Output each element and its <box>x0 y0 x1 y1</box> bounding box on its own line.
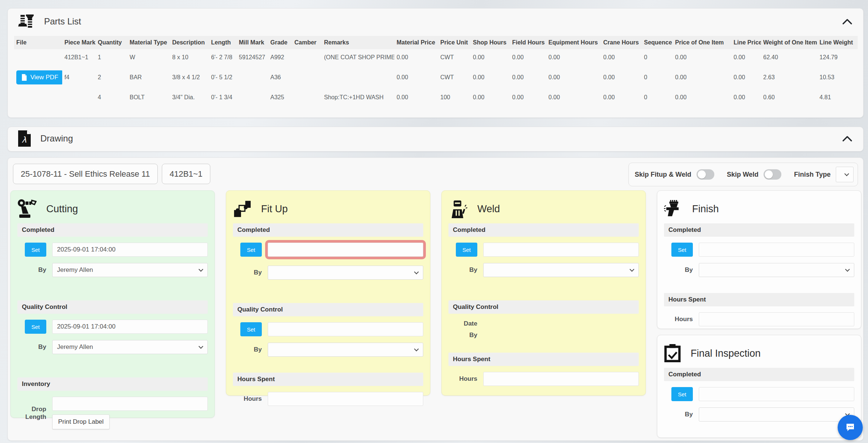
cutting-card-header: Cutting <box>17 198 208 220</box>
cell-file: View PDF <box>14 66 62 89</box>
cell: 0'- 5 1/2 <box>209 66 237 89</box>
spray-gun-icon <box>664 200 682 218</box>
finish-card: Finish Completed Set By Hours Spent Hour… <box>657 190 861 329</box>
cell: 3/4" Dia. <box>170 89 209 106</box>
col-header: Shop Hours <box>471 36 510 49</box>
cell: 4 <box>96 89 127 106</box>
completed-by-row: By <box>664 263 854 277</box>
qc-date-row: Date <box>448 320 639 327</box>
cell: 0.00 <box>394 89 438 106</box>
chat-icon <box>845 422 856 433</box>
fitup-completed-by-select[interactable] <box>268 266 423 280</box>
tab-job-label: 25-1078-11 - Sell Ethics Release 11 <box>21 169 150 179</box>
fitup-hours-input[interactable] <box>268 392 423 406</box>
weld-completed-set-button[interactable]: Set <box>456 243 477 257</box>
view-pdf-label: View PDF <box>30 74 58 81</box>
parts-table-header-row: File Piece Mark Quantity Material Type D… <box>14 36 858 49</box>
cell: 0.00 <box>546 66 601 89</box>
cell: W <box>127 49 170 66</box>
section-label-hours-spent: Hours Spent <box>448 353 639 366</box>
cell <box>292 49 322 66</box>
weld-hours-input[interactable] <box>483 372 639 386</box>
cell: 0.00 <box>546 49 601 66</box>
by-label: By <box>469 331 477 339</box>
tab-piece-mark[interactable]: 412B1~1 <box>162 164 210 184</box>
toggle-knob <box>765 170 773 179</box>
cell: 0.00 <box>471 49 510 66</box>
cell: 0'- 1 3/4 <box>209 89 237 106</box>
completed-by-row: By <box>233 266 423 280</box>
cell: 0 <box>642 89 673 106</box>
col-header: Weight of One Item <box>761 36 817 49</box>
finish-hours-input[interactable] <box>699 312 854 326</box>
final-inspection-by-select[interactable] <box>699 407 854 422</box>
chevron-down-icon <box>844 171 849 176</box>
col-header: Length <box>209 36 237 49</box>
finish-type-label: Finish Type <box>794 171 831 179</box>
cell: A36 <box>268 66 292 89</box>
cutting-qc-by-select[interactable]: Jeremy Allen <box>52 340 208 354</box>
col-header: Line Weight <box>817 36 858 49</box>
cell: 59124527 <box>237 49 268 66</box>
col-header: Price Unit <box>438 36 471 49</box>
cutting-qc-set-button[interactable]: Set <box>25 320 46 334</box>
qc-by-row: By Jeremy Allen <box>17 340 208 354</box>
cutting-completed-set-button[interactable]: Set <box>25 243 46 257</box>
weld-completed-by-select[interactable] <box>483 263 639 277</box>
cutting-completed-by-select[interactable]: Jeremy Allen <box>52 263 208 277</box>
cell: 1 <box>96 49 127 66</box>
fitup-completed-set-button[interactable]: Set <box>240 243 262 257</box>
fitup-qc-input[interactable] <box>268 322 423 336</box>
col-header: Line Price <box>731 36 761 49</box>
finish-completed-input[interactable] <box>699 243 854 257</box>
cutting-qc-input[interactable] <box>52 320 208 334</box>
parts-list-title: Parts List <box>44 16 81 27</box>
workflow-panel: 25-1078-11 - Sell Ethics Release 11 412B… <box>7 157 864 441</box>
qc-by-row: By <box>448 331 639 339</box>
col-header: Piece Mark <box>62 36 96 49</box>
cell: 0.00 <box>510 66 546 89</box>
cell: 0.00 <box>673 89 731 106</box>
drop-length-row: Drop Length Print Drop Label <box>17 397 208 429</box>
col-header: Sequence <box>642 36 673 49</box>
cell: 0.00 <box>601 66 642 89</box>
drop-length-label: Drop Length <box>17 405 46 421</box>
parts-list-collapse-button[interactable] <box>841 17 854 26</box>
cell: 0.00 <box>394 66 438 89</box>
tab-job[interactable]: 25-1078-11 - Sell Ethics Release 11 <box>13 164 158 184</box>
fitup-qc-set-button[interactable]: Set <box>240 322 262 336</box>
tab-piece-mark-label: 412B1~1 <box>170 169 203 179</box>
cell <box>292 66 322 89</box>
cell: 0.00 <box>673 66 731 89</box>
cell-file <box>14 49 62 66</box>
finish-completed-by-select[interactable] <box>699 263 854 277</box>
drawing-collapse-button[interactable] <box>841 134 854 143</box>
finish-card-header: Finish <box>664 198 854 220</box>
cell: 10.53 <box>817 66 858 89</box>
fitup-completed-input[interactable] <box>268 243 423 257</box>
chat-button[interactable] <box>838 415 863 440</box>
fitup-title: Fit Up <box>261 203 288 215</box>
skip-fitup-weld-label: Skip Fitup & Weld <box>635 171 691 179</box>
completed-by-row: By <box>448 263 639 277</box>
final-inspection-completed-input[interactable] <box>699 387 854 401</box>
print-drop-label-button[interactable]: Print Drop Label <box>52 414 110 429</box>
cell <box>62 89 96 106</box>
cell: 2.63 <box>761 66 817 89</box>
drop-length-input[interactable] <box>52 397 208 411</box>
finish-completed-set-button[interactable]: Set <box>671 243 693 257</box>
skip-fitup-weld-toggle[interactable] <box>697 169 714 180</box>
skip-weld-toggle[interactable] <box>764 169 781 180</box>
weld-completed-input[interactable] <box>483 243 639 257</box>
pdf-document-icon: λ <box>17 130 31 147</box>
final-inspection-set-button[interactable]: Set <box>671 387 693 401</box>
final-inspection-title: Final Inspection <box>691 348 761 359</box>
by-label: By <box>254 269 262 276</box>
welder-icon <box>448 199 468 219</box>
view-pdf-button[interactable]: View PDF <box>16 70 62 84</box>
finish-type-select[interactable] <box>836 167 854 182</box>
cell: 0.60 <box>761 89 817 106</box>
completed-row: Set <box>664 387 854 401</box>
cutting-completed-input[interactable] <box>52 243 208 257</box>
fitup-qc-by-select[interactable] <box>268 343 423 357</box>
